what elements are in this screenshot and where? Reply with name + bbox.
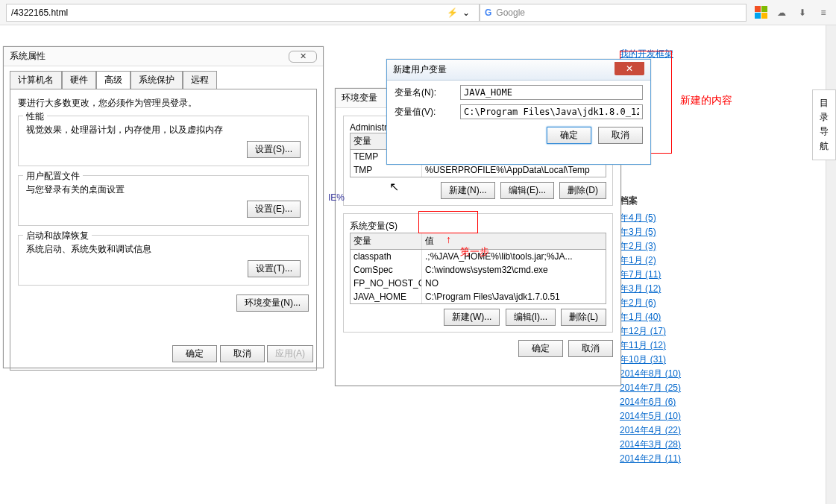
sp-close-button[interactable]: ✕: [289, 51, 317, 63]
url-text: /4322165.html: [11, 7, 68, 18]
sys-vars-table[interactable]: 变量值 classpath.;%JAVA_HOME%\lib\tools.jar…: [350, 233, 606, 304]
archive-link[interactable]: 2014年6月 (6): [620, 396, 676, 409]
archive-link[interactable]: 年2月 (6): [620, 297, 656, 309]
sys-new-button[interactable]: 新建(W)...: [444, 309, 500, 326]
table-row[interactable]: JAVA_HOMEC:\Program Files\Java\jdk1.7.0.…: [351, 290, 606, 303]
archive-link[interactable]: 年7月 (11): [620, 268, 661, 281]
browser-toolbar: /4322165.html ⚡ ⌄ G Google ☁ ⬇ ≡: [0, 0, 836, 25]
dropdown-icon[interactable]: ⌄: [462, 7, 470, 18]
search-box[interactable]: G Google: [480, 4, 747, 22]
user-edit-button[interactable]: 编辑(E)...: [500, 182, 554, 199]
var-value-input[interactable]: [460, 104, 643, 119]
nv-title: 新建用户变量: [393, 63, 447, 76]
profile-desc: 与您登录有关的桌面设置: [26, 183, 301, 196]
archive-link[interactable]: 2014年5月 (10): [620, 410, 681, 423]
perf-legend: 性能: [23, 110, 47, 123]
var-name-input[interactable]: [460, 85, 643, 100]
perf-desc: 视觉效果，处理器计划，内存使用，以及虚拟内存: [26, 124, 301, 136]
menu-icon[interactable]: ≡: [817, 6, 830, 19]
table-row[interactable]: ComSpecC:\windows\system32\cmd.exe: [351, 263, 606, 277]
search-placeholder: Google: [496, 7, 525, 18]
red-label-step1: 第一步: [460, 245, 489, 259]
download-icon[interactable]: ⬇: [796, 6, 809, 19]
var-value-label: 变量值(V):: [395, 106, 454, 119]
tab-计算机名[interactable]: 计算机名: [10, 71, 62, 89]
user-delete-button[interactable]: 删除(D): [559, 182, 606, 199]
ev-ok-button[interactable]: 确定: [518, 340, 563, 357]
archive-link[interactable]: 年12月 (17): [620, 325, 666, 338]
archive-link[interactable]: 年3月 (12): [620, 283, 661, 295]
red-arrow-icon: ↑: [446, 233, 451, 245]
google-icon: G: [485, 7, 491, 18]
ev-title: 环境变量: [342, 92, 377, 104]
archive-link[interactable]: 2014年2月 (11): [620, 453, 681, 465]
tab-高级[interactable]: 高级: [96, 71, 131, 89]
user-vars-label: Administr: [350, 122, 387, 133]
red-box-new: [418, 211, 478, 233]
archive-link[interactable]: 年4月 (5): [620, 212, 656, 224]
archive-link[interactable]: 年10月 (31): [620, 353, 666, 366]
perf-settings-button[interactable]: 设置(S)...: [247, 141, 301, 158]
archive-link[interactable]: 年1月 (2): [620, 254, 656, 267]
sys-edit-button[interactable]: 编辑(I)...: [506, 309, 556, 326]
url-bar[interactable]: /4322165.html ⚡ ⌄: [6, 4, 480, 22]
sys-delete-button[interactable]: 删除(L): [561, 309, 606, 326]
cursor-icon: ↖: [389, 180, 399, 194]
startup-desc: 系统启动、系统失败和调试信息: [26, 243, 301, 256]
red-label-new-content: 新建的内容: [680, 94, 732, 107]
table-row[interactable]: TMP%USERPROFILE%\AppData\Local\Temp: [351, 163, 606, 177]
sp-title: 系统属性: [10, 50, 45, 63]
archive-link[interactable]: 年3月 (5): [620, 226, 656, 239]
profile-legend: 用户配置文件: [23, 170, 83, 183]
archive-link[interactable]: 2014年4月 (22): [620, 424, 681, 437]
user-new-button[interactable]: 新建(N)...: [441, 182, 495, 199]
table-row[interactable]: FP_NO_HOST_C...NO: [351, 277, 606, 290]
startup-settings-button[interactable]: 设置(T)...: [248, 260, 301, 277]
archive-link[interactable]: 年11月 (12): [620, 339, 666, 352]
toc-tab[interactable]: 目录导航: [812, 89, 836, 160]
nv-cancel-button[interactable]: 取消: [598, 127, 643, 144]
tab-硬件[interactable]: 硬件: [62, 71, 96, 89]
bolt-icon: ⚡: [447, 7, 458, 18]
archive-link[interactable]: 年1月 (40): [620, 311, 661, 324]
env-vars-button[interactable]: 环境变量(N)...: [236, 294, 309, 312]
cloud-icon[interactable]: ☁: [775, 6, 788, 19]
ms-icon[interactable]: [754, 6, 767, 19]
archive-link[interactable]: 2014年3月 (28): [620, 438, 681, 451]
archive-link[interactable]: 2014年8月 (10): [620, 368, 681, 380]
ev-cancel-button[interactable]: 取消: [568, 340, 613, 357]
sp-ok-button[interactable]: 确定: [172, 345, 217, 362]
nv-ok-button[interactable]: 确定: [547, 127, 591, 144]
new-user-var-dialog: 新建用户变量 ✕ 变量名(N): 变量值(V): 确定 取消: [386, 59, 651, 165]
sp-apply-button[interactable]: 应用(A): [267, 345, 313, 362]
tab-远程[interactable]: 远程: [183, 71, 217, 89]
var-name-label: 变量名(N):: [395, 86, 454, 99]
sp-cancel-button[interactable]: 取消: [220, 345, 265, 362]
profile-settings-button[interactable]: 设置(E)...: [247, 201, 301, 218]
tab-系统保护[interactable]: 系统保护: [131, 71, 183, 89]
archive-link[interactable]: 2014年7月 (25): [620, 382, 681, 394]
sp-note: 要进行大多数更改，您必须作为管理员登录。: [18, 97, 309, 110]
system-properties-dialog: 系统属性 ✕ 计算机名硬件高级系统保护远程 要进行大多数更改，您必须作为管理员登…: [3, 46, 324, 368]
ie-percent-text: IE%: [328, 192, 345, 203]
sys-vars-label: 系统变量(S): [350, 221, 397, 231]
archive-title: 档案: [620, 195, 799, 207]
startup-legend: 启动和故障恢复: [23, 230, 92, 242]
archive-link[interactable]: 年2月 (3): [620, 240, 656, 253]
nv-close-button[interactable]: ✕: [615, 62, 644, 75]
